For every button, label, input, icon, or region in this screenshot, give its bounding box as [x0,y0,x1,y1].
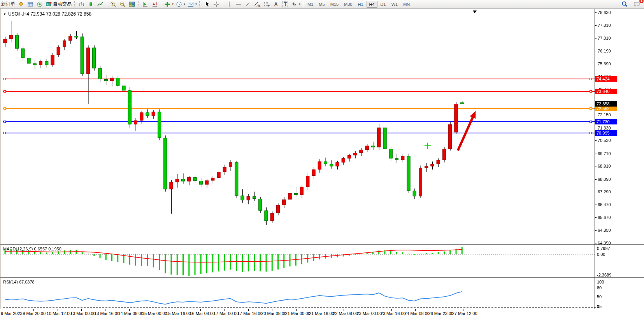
timeframe-h4-button[interactable]: H4 [367,1,377,8]
axis-border [595,9,595,309]
data-window-icon [27,1,33,7]
timeframe-m1-button[interactable]: M1 [305,1,316,8]
tile-windows-button[interactable] [127,0,137,8]
chart-menu-icon[interactable]: ▼ [3,12,6,16]
tile-windows-icon [129,2,135,7]
macd-pane-canvas[interactable] [3,245,596,277]
time-tick-mark [200,309,201,311]
price-tick-label: 68.910 [598,164,611,169]
price-tick-label: 78.630 [598,10,611,15]
auto-scroll-button[interactable] [141,0,150,8]
bar-chart-icon [79,2,85,7]
line-chart-button[interactable] [96,0,105,8]
price-tick-label: 72.150 [598,112,611,117]
crosshair-icon [213,1,219,7]
time-tick-mark [391,309,392,311]
price-tick-mark [595,192,597,192]
market-watch-button[interactable] [16,0,26,8]
crosshair-button[interactable] [212,0,221,8]
main-chart-canvas[interactable] [3,9,596,244]
periods-button[interactable]: ▾ [175,0,186,8]
timeframe-mn-button[interactable]: MN [401,1,412,8]
candlestick-chart-button[interactable] [86,0,96,8]
data-window-button[interactable] [26,0,35,8]
timeframe-w1-button[interactable]: W1 [389,1,400,8]
equidistant-channel-button[interactable]: E [253,0,262,8]
channel-letter: E [258,4,260,7]
time-tick-mark [415,309,416,311]
price-tick-label: 70.530 [598,138,611,143]
time-tick-mark [58,309,58,311]
price-tick-label: 77.810 [598,23,611,28]
timeframe-m30-button[interactable]: M30 [342,1,354,8]
time-axis[interactable]: 9 Mar 20239 Mar 20:0010 Mar 12:0013 Mar … [0,309,644,322]
candlestick-chart-icon [88,1,94,7]
autotrading-button[interactable]: 自动交易 [44,0,73,8]
time-tick-mark [10,309,10,311]
toolbar-grip [199,1,201,7]
timeframe-d1-button[interactable]: D1 [378,1,388,8]
clock-icon [176,1,182,7]
timeframe-m15-button[interactable]: M15 [328,1,341,8]
horizontal-line-icon [235,2,242,6]
zoom-in-icon [110,1,116,7]
rsi-level-label: 0 [597,304,599,309]
search-button[interactable] [620,0,629,8]
zoom-out-button[interactable] [118,0,127,8]
text-label-icon: T [283,1,288,7]
text-label-button[interactable]: T [281,0,290,8]
price-tick-mark [595,115,597,115]
vertical-line-button[interactable] [225,0,234,8]
template-icon [188,1,194,7]
time-tick-mark [105,309,105,311]
signal-icon [37,1,43,7]
time-tick-mark [248,309,249,311]
toolbar: 新订单 自动交易 [0,0,644,9]
chart-shift-button[interactable] [150,0,160,8]
market-watch-icon [18,1,24,7]
templates-button[interactable]: ▾ [186,0,198,8]
price-tick-mark [595,128,597,128]
time-tick-mark [296,309,297,311]
horizontal-line-button[interactable] [234,0,243,8]
chart-title[interactable]: ▼ USOil-,H4 72.934 73.028 72.826 72.858 [3,11,91,17]
signals-button[interactable] [35,0,44,8]
pane-separator[interactable] [0,244,644,245]
pane-separator[interactable] [0,277,644,278]
bar-chart-button[interactable] [77,0,86,8]
zoom-in-button[interactable] [109,0,118,8]
hline-price-label: 74.424 [595,76,617,82]
hline-price-label: 73.640 [595,89,617,94]
vertical-line-icon [227,1,231,7]
timeframe-m5-button[interactable]: M5 [316,1,327,8]
macd-level-label: 0.7997 [597,246,610,251]
time-axis-label: 27 Mar 12:00 [452,311,484,316]
text-button[interactable]: A [271,0,281,8]
cursor-button[interactable] [202,0,212,8]
chart-area [0,9,644,322]
indicators-icon [164,1,170,7]
price-tick-mark [595,166,597,166]
chart-shift-marker[interactable] [473,10,477,13]
hline-price-label: 70.995 [595,130,617,136]
price-tick-mark [595,12,597,13]
indicators-button[interactable]: ▾ [163,0,175,8]
trendline-icon [245,2,251,7]
fibonacci-button[interactable]: F [262,0,271,8]
timeframe-h1-button[interactable]: H1 [355,1,365,8]
chart-shift-icon [152,2,158,7]
arrows-button[interactable]: ▾ [290,0,302,8]
chevron-down-icon: ▾ [184,2,185,6]
price-tick-mark [595,25,597,26]
new-order-button[interactable]: 新订单 [0,0,16,8]
new-order-label: 新订单 [1,1,15,7]
time-tick-mark [463,309,463,311]
rsi-pane-canvas[interactable] [3,278,596,309]
price-tick-mark [595,230,597,231]
notifications-button[interactable]: 1 [632,0,642,8]
cursor-icon [204,1,210,7]
price-tick-label: 66.470 [598,202,611,207]
price-tick-label: 64.850 [598,228,611,233]
trendline-button[interactable] [243,0,253,8]
auto-scroll-icon [142,2,149,7]
